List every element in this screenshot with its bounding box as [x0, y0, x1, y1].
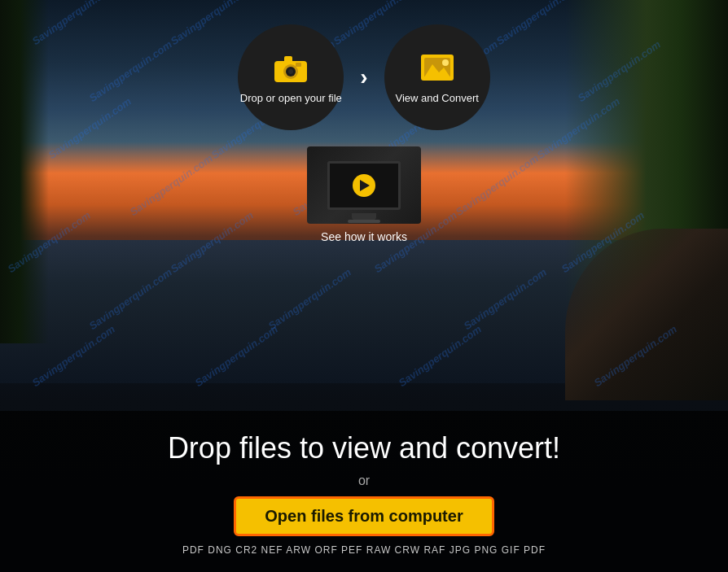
svg-point-9	[442, 59, 449, 66]
svg-rect-5	[296, 63, 301, 67]
background: Savingperquin.com Savingperquin.com Savi…	[0, 0, 728, 572]
camera-icon	[271, 50, 310, 85]
video-thumbnail[interactable]	[307, 146, 421, 224]
bottom-section: Drop files to view and convert! or Open …	[0, 411, 728, 572]
step-2-label: View and Convert	[395, 92, 478, 106]
arrow-icon: ›	[360, 64, 367, 90]
drop-title: Drop files to view and convert!	[168, 431, 560, 465]
step-2-circle: View and Convert	[384, 24, 490, 130]
monitor-base	[348, 220, 380, 223]
step-1-circle: Drop or open your file	[238, 24, 344, 130]
video-section: See how it works	[307, 146, 421, 243]
steps-row: Drop or open your file › View and Conver…	[238, 24, 489, 130]
image-icon	[418, 50, 457, 85]
monitor-shape	[327, 161, 401, 210]
step-1-label: Drop or open your file	[240, 92, 342, 106]
play-button-icon	[353, 174, 375, 197]
monitor-stand	[352, 213, 376, 220]
main-content: Drop or open your file › View and Conver…	[0, 0, 728, 572]
svg-rect-4	[284, 56, 292, 63]
formats-row: PDF DNG CR2 NEF ARW ORF PEF RAW CRW RAF …	[182, 544, 546, 556]
monitor-screen	[327, 161, 401, 210]
video-thumbnail-inner	[307, 146, 421, 224]
video-label: See how it works	[321, 230, 407, 243]
play-triangle	[360, 180, 370, 191]
open-files-button[interactable]: Open files from computer	[234, 496, 493, 536]
svg-point-3	[288, 69, 293, 74]
or-text: or	[358, 474, 370, 488]
